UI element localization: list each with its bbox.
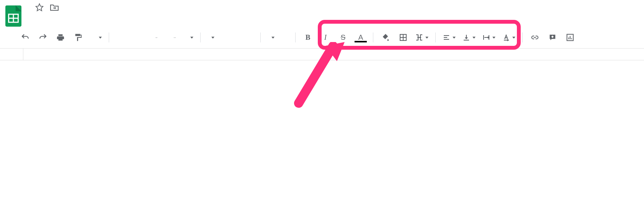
star-icon[interactable] <box>35 3 44 11</box>
fx-label <box>0 49 23 60</box>
svg-rect-17 <box>551 36 554 37</box>
merge-cells-dropdown[interactable] <box>412 31 432 44</box>
menu-addons[interactable] <box>99 15 109 18</box>
svg-marker-5 <box>36 4 43 11</box>
italic-button[interactable]: I <box>317 31 334 44</box>
vertical-align-dropdown[interactable] <box>459 31 479 44</box>
formula-bar <box>0 49 644 60</box>
caret-down-icon <box>211 37 214 39</box>
caret-down-icon <box>472 37 476 39</box>
menu-format[interactable] <box>69 15 79 18</box>
caret-down-icon <box>492 37 495 39</box>
save-status-link[interactable] <box>128 15 136 18</box>
caret-down-icon <box>99 37 102 39</box>
insert-link-button[interactable] <box>526 31 543 44</box>
menu-file[interactable] <box>29 15 39 18</box>
menu-bar <box>29 15 639 18</box>
strikethrough-button[interactable]: S <box>335 31 351 44</box>
borders-button[interactable] <box>395 31 412 44</box>
insert-chart-button[interactable] <box>562 31 579 44</box>
toolbar: ← → B I S A <box>0 27 644 49</box>
horizontal-align-dropdown[interactable] <box>440 31 459 44</box>
sheets-logo[interactable] <box>5 5 21 27</box>
increase-decimal-button[interactable]: → <box>166 31 183 44</box>
font-size-dropdown[interactable] <box>265 31 291 44</box>
caret-down-icon <box>190 37 193 39</box>
bold-button[interactable]: B <box>299 31 316 44</box>
title-bar <box>0 0 644 27</box>
undo-icon[interactable] <box>17 31 34 44</box>
number-format-dropdown[interactable] <box>183 31 196 44</box>
text-rotation-dropdown[interactable] <box>499 31 518 44</box>
font-family-dropdown[interactable] <box>204 31 257 44</box>
menu-insert[interactable] <box>59 15 69 18</box>
redo-icon[interactable] <box>34 31 51 44</box>
caret-down-icon <box>271 37 275 39</box>
menu-data[interactable] <box>79 15 89 18</box>
menu-edit[interactable] <box>39 15 49 18</box>
formula-input[interactable] <box>23 49 644 60</box>
move-to-folder-icon[interactable] <box>50 3 59 11</box>
caret-down-icon <box>453 37 456 39</box>
menu-help[interactable] <box>109 15 119 18</box>
caret-down-icon <box>512 37 515 39</box>
fill-color-button[interactable] <box>377 31 394 44</box>
text-wrap-dropdown[interactable] <box>479 31 499 44</box>
menu-view[interactable] <box>49 15 59 18</box>
decrease-decimal-button[interactable]: ← <box>148 31 165 44</box>
print-icon[interactable] <box>52 31 69 44</box>
text-color-button[interactable]: A <box>352 31 369 44</box>
format-currency-button[interactable] <box>113 31 130 44</box>
insert-comment-button[interactable] <box>544 31 561 44</box>
zoom-dropdown[interactable] <box>92 31 105 44</box>
paint-format-icon[interactable] <box>70 31 87 44</box>
caret-down-icon <box>425 37 428 39</box>
format-percent-button[interactable] <box>131 31 147 44</box>
menu-tools[interactable] <box>89 15 99 18</box>
